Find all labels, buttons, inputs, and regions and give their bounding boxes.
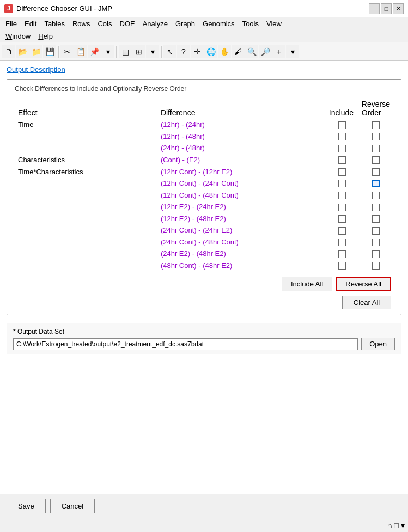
include-cell xyxy=(326,166,358,178)
app-icon: J xyxy=(4,4,13,13)
toolbar-cursor[interactable]: ↖ xyxy=(163,45,176,58)
include-cell xyxy=(326,178,358,189)
open-button[interactable]: Open xyxy=(361,338,395,350)
menu-tables[interactable]: Tables xyxy=(41,19,68,29)
reverse-checkbox[interactable] xyxy=(372,204,380,211)
include-cell xyxy=(326,236,358,248)
toolbar-dropdown2[interactable]: ▾ xyxy=(146,45,159,58)
toolbar-new[interactable]: 🗋 xyxy=(2,45,15,58)
reverse-checkbox[interactable] xyxy=(372,215,380,223)
toolbar-sep-3 xyxy=(161,46,162,58)
toolbar-rows[interactable]: ▦ xyxy=(119,45,132,58)
toolbar-zoomin[interactable]: 🔍 xyxy=(245,45,258,58)
toolbar-copy[interactable]: 📋 xyxy=(74,45,87,58)
toolbar-dropdown3[interactable]: ▾ xyxy=(286,45,299,58)
difference-cell: (12hr E2) - (48hr E2) xyxy=(157,213,326,225)
col-include: Include xyxy=(326,98,358,119)
reverse-checkbox[interactable] xyxy=(372,262,380,270)
reverse-cell xyxy=(358,142,393,154)
clear-all-button[interactable]: Clear All xyxy=(342,296,391,309)
include-checkbox[interactable] xyxy=(338,215,346,223)
menu-analyze[interactable]: Analyze xyxy=(139,19,171,29)
effect-cell: Characteristics xyxy=(15,154,157,166)
include-checkbox[interactable] xyxy=(338,239,346,246)
include-checkbox[interactable] xyxy=(338,192,346,199)
reverse-all-button[interactable]: Reverse All xyxy=(336,277,391,291)
include-cell xyxy=(326,189,358,201)
table-row: (12hr E2) - (48hr E2) xyxy=(15,213,393,225)
menu-doe[interactable]: DOE xyxy=(116,19,138,29)
include-all-button[interactable]: Include All xyxy=(282,277,332,291)
table-row: (12hr Cont) - (24hr Cont) xyxy=(15,178,393,189)
menu-help[interactable]: Help xyxy=(35,31,56,41)
menu-rows[interactable]: Rows xyxy=(69,19,94,29)
output-description-link[interactable]: Output Description xyxy=(7,65,401,74)
toolbar-hand[interactable]: ✋ xyxy=(218,45,231,58)
maximize-button[interactable]: □ xyxy=(381,3,392,14)
include-checkbox[interactable] xyxy=(338,250,346,258)
include-checkbox[interactable] xyxy=(338,156,346,164)
reverse-cell xyxy=(358,236,393,248)
toolbar-zoomout[interactable]: 🔎 xyxy=(259,45,272,58)
reverse-cell xyxy=(358,224,393,236)
menu-edit[interactable]: Edit xyxy=(21,19,40,29)
reverse-checkbox[interactable] xyxy=(372,180,380,187)
toolbar-plus[interactable]: + xyxy=(272,45,285,58)
include-checkbox[interactable] xyxy=(338,133,346,140)
include-checkbox[interactable] xyxy=(338,145,346,152)
reverse-cell xyxy=(358,166,393,178)
table-row: (12hr Cont) - (48hr Cont) xyxy=(15,189,393,201)
reverse-checkbox[interactable] xyxy=(372,250,380,258)
section-title: Check Differences to Include and Optiona… xyxy=(15,85,393,93)
table-row: Time*Characteristics(12hr Cont) - (12hr … xyxy=(15,166,393,178)
reverse-checkbox[interactable] xyxy=(372,156,380,164)
menu-tools[interactable]: Tools xyxy=(239,19,262,29)
reverse-checkbox[interactable] xyxy=(372,121,380,129)
include-checkbox[interactable] xyxy=(338,227,346,235)
close-button[interactable]: ✕ xyxy=(393,3,404,14)
include-checkbox[interactable] xyxy=(338,262,346,270)
reverse-checkbox[interactable] xyxy=(372,145,380,152)
col-effect: Effect xyxy=(15,98,157,119)
toolbar-open[interactable]: 📂 xyxy=(16,45,29,58)
toolbar-cut[interactable]: ✂ xyxy=(60,45,74,58)
toolbar-help[interactable]: ? xyxy=(177,45,190,58)
include-checkbox[interactable] xyxy=(338,121,346,129)
toolbar-save[interactable]: 💾 xyxy=(43,45,56,58)
reverse-checkbox[interactable] xyxy=(372,168,380,176)
col-reverse-order: Reverse Order xyxy=(358,98,393,119)
table-row: (48hr Cont) - (48hr E2) xyxy=(15,260,393,272)
toolbar-globe[interactable]: 🌐 xyxy=(204,45,217,58)
effect-cell xyxy=(15,131,157,143)
toolbar-open2[interactable]: 📁 xyxy=(29,45,42,58)
minimize-button[interactable]: − xyxy=(369,3,380,14)
menu-view[interactable]: View xyxy=(263,19,285,29)
toolbar-cross[interactable]: ✛ xyxy=(191,45,204,58)
menu-cols[interactable]: Cols xyxy=(94,19,115,29)
reverse-checkbox[interactable] xyxy=(372,227,380,235)
output-path-input[interactable] xyxy=(13,338,358,350)
menu-window[interactable]: Window xyxy=(2,31,34,41)
menu-file[interactable]: File xyxy=(2,19,20,29)
reverse-checkbox[interactable] xyxy=(372,192,380,199)
menu-graph[interactable]: Graph xyxy=(172,19,198,29)
toolbar: 🗋 📂 📁 💾 ✂ 📋 📌 ▾ ▦ ⊞ ▾ ↖ ? ✛ 🌐 ✋ 🖌 🔍 🔎 + … xyxy=(0,42,408,61)
chevron-down-icon[interactable]: ▾ xyxy=(401,521,405,530)
toolbar-paste[interactable]: 📌 xyxy=(88,45,101,58)
save-button[interactable]: Save xyxy=(7,499,46,513)
cancel-button[interactable]: Cancel xyxy=(50,499,95,513)
include-cell xyxy=(326,131,358,143)
menu-genomics[interactable]: Genomics xyxy=(199,19,238,29)
effect-cell: Time*Characteristics xyxy=(15,166,157,178)
difference-cell: (48hr Cont) - (48hr E2) xyxy=(157,260,326,272)
toolbar-dropdown1[interactable]: ▾ xyxy=(101,45,114,58)
toolbar-cols[interactable]: ⊞ xyxy=(132,45,145,58)
reverse-cell xyxy=(358,131,393,143)
include-checkbox[interactable] xyxy=(338,168,346,176)
reverse-checkbox[interactable] xyxy=(372,133,380,140)
reverse-checkbox[interactable] xyxy=(372,239,380,246)
include-checkbox[interactable] xyxy=(338,180,346,187)
toolbar-brush[interactable]: 🖌 xyxy=(232,45,245,58)
include-checkbox[interactable] xyxy=(338,204,346,211)
home-icon[interactable]: ⌂ xyxy=(387,521,392,530)
